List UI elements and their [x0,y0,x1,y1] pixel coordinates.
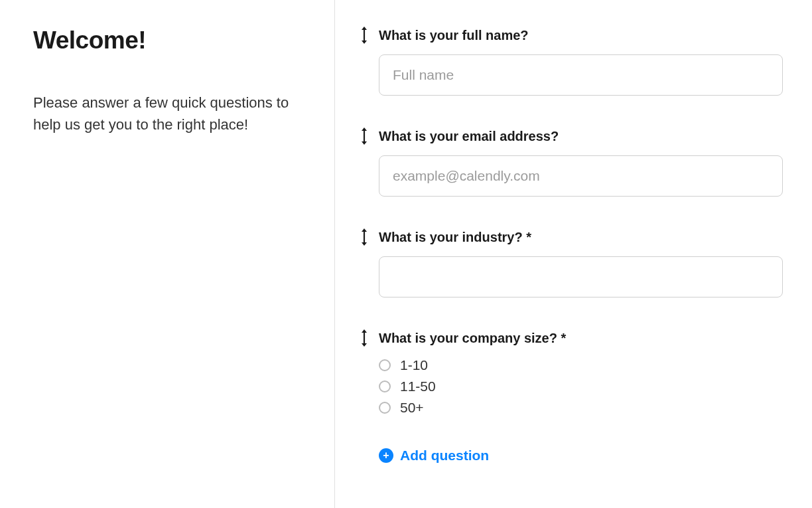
question-block-full-name: What is your full name? [359,27,783,96]
radio-circle-icon [379,359,391,371]
question-header: What is your company size? * [359,329,783,347]
drag-handle-icon[interactable] [359,127,370,145]
radio-circle-icon [379,402,391,414]
question-label: What is your full name? [379,28,529,43]
radio-label: 11-50 [400,379,436,394]
question-label: What is your industry? * [379,230,531,245]
email-input[interactable] [379,155,783,197]
industry-input[interactable] [379,256,783,297]
add-question-button[interactable]: + Add question [379,448,783,464]
radio-label: 1-10 [400,357,428,373]
question-header: What is your industry? * [359,228,783,246]
add-question-label: Add question [400,448,489,464]
input-container [379,256,783,297]
form-builder-panel: What is your full name? What is your ema… [335,0,812,508]
drag-handle-icon[interactable] [359,329,370,347]
company-size-radio-group: 1-10 11-50 50+ [379,357,783,416]
question-header: What is your full name? [359,27,783,44]
question-block-industry: What is your industry? * [359,228,783,297]
input-container [379,54,783,96]
question-header: What is your email address? [359,127,783,145]
drag-handle-icon[interactable] [359,27,370,44]
welcome-subtitle: Please answer a few quick questions to h… [33,92,301,135]
radio-label: 50+ [400,400,424,416]
input-container [379,155,783,197]
question-label: What is your company size? * [379,331,566,346]
question-block-email: What is your email address? [359,127,783,197]
full-name-input[interactable] [379,54,783,96]
radio-option-50-plus[interactable]: 50+ [379,400,783,416]
radio-option-11-50[interactable]: 11-50 [379,379,783,394]
intro-panel: Welcome! Please answer a few quick quest… [0,0,335,508]
plus-icon: + [383,450,389,461]
drag-handle-icon[interactable] [359,228,370,246]
radio-option-1-10[interactable]: 1-10 [379,357,783,373]
radio-circle-icon [379,381,391,392]
welcome-title: Welcome! [33,27,301,54]
question-block-company-size: What is your company size? * 1-10 11-50 … [359,329,783,416]
plus-circle-icon: + [379,448,393,463]
question-label: What is your email address? [379,129,559,144]
